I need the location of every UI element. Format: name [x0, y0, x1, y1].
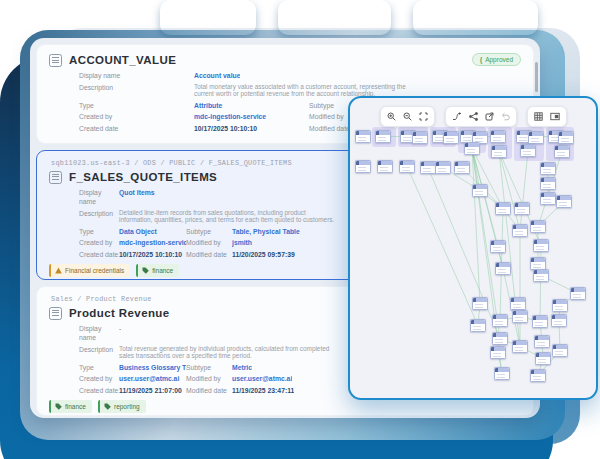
lineage-node[interactable] — [470, 319, 486, 332]
lineage-node[interactable] — [399, 160, 415, 173]
lineage-node[interactable] — [490, 240, 506, 253]
lineage-node[interactable] — [454, 161, 470, 174]
pill-ai-driven[interactable]: AI AI Driven — [160, 0, 256, 35]
type-link[interactable]: Attribute — [194, 101, 309, 110]
badge-label: Approved — [485, 56, 513, 63]
lineage-node[interactable] — [528, 131, 544, 144]
lineage-node[interactable] — [491, 145, 507, 158]
lineage-node[interactable] — [556, 195, 572, 208]
lineage-node[interactable] — [492, 332, 508, 345]
subtype-link[interactable]: Metric — [232, 363, 252, 372]
field-label: Created by — [49, 112, 194, 121]
field-label: Display name — [49, 188, 119, 206]
tag-label: reporting — [114, 403, 140, 410]
lineage-node[interactable] — [540, 162, 556, 175]
lineage-node[interactable] — [558, 131, 574, 144]
flow-icon[interactable] — [452, 112, 462, 121]
lineage-node[interactable] — [412, 131, 428, 144]
lineage-node[interactable] — [443, 131, 459, 144]
lineage-node[interactable] — [490, 130, 506, 143]
ai-icon: AI — [177, 10, 192, 25]
lineage-node[interactable] — [435, 161, 451, 174]
grid-icon[interactable] — [534, 112, 543, 121]
modified-by-link[interactable]: jsmith — [232, 238, 252, 247]
toolbar-zoom-group — [380, 106, 435, 127]
lineage-node[interactable] — [472, 297, 488, 310]
toolbar-actions-group — [445, 106, 517, 127]
lineage-node[interactable] — [512, 310, 528, 323]
undo-icon[interactable] — [501, 112, 510, 121]
lineage-node[interactable] — [554, 145, 570, 158]
pill-natural-language[interactable]: Natural Language — [413, 0, 538, 35]
created-by-link[interactable]: mdc-ingestion-service — [119, 238, 186, 247]
modified-date: 11/19/2025 23:47:11 — [232, 386, 294, 395]
lineage-node[interactable] — [495, 262, 511, 275]
lineage-node[interactable] — [530, 369, 546, 382]
lineage-node[interactable] — [472, 184, 488, 197]
lineage-node[interactable] — [495, 202, 511, 215]
lineage-node[interactable] — [530, 220, 546, 233]
created-by-link[interactable]: mdc-ingestion-service — [194, 112, 309, 121]
description-text: Total revenue generated by individual pr… — [119, 345, 337, 360]
lineage-node[interactable] — [355, 130, 371, 143]
lineage-node[interactable] — [510, 297, 526, 310]
lineage-node[interactable] — [494, 367, 510, 380]
lineage-node[interactable] — [375, 130, 391, 143]
field-label: Type — [49, 363, 119, 372]
lineage-node[interactable] — [520, 144, 536, 157]
tag-finance[interactable]: finance — [49, 400, 92, 413]
lineage-node[interactable] — [540, 177, 556, 190]
description-text: Detailed line-item records from sales qu… — [119, 209, 337, 224]
field-label: Display name — [49, 71, 194, 80]
display-name-link[interactable]: Quot Items — [119, 188, 155, 197]
field-label: Created date — [49, 124, 194, 133]
type-link[interactable]: Business Glossary Term — [119, 363, 186, 372]
lineage-node[interactable] — [512, 224, 528, 237]
created-by-link[interactable]: user.user@atmc.ai — [119, 374, 186, 383]
modified-by-link[interactable]: user.user@atmc.ai — [232, 374, 292, 383]
lineage-node[interactable] — [570, 287, 586, 300]
lineage-node[interactable] — [533, 239, 549, 252]
created-date: 10/17/2025 10:10:10 — [194, 124, 309, 133]
zoom-out-icon[interactable] — [403, 112, 412, 121]
display-name-link[interactable]: Account value — [194, 71, 240, 80]
chat-icon — [427, 11, 441, 25]
tag-financial-credentials[interactable]: Financial credentials — [49, 264, 130, 277]
entity-icon — [49, 307, 62, 320]
created-date: 11/19/2025 21:07:00 — [119, 386, 186, 395]
lineage-node[interactable] — [377, 160, 393, 173]
card-title: ACCOUNT_VALUE — [69, 54, 176, 66]
lineage-node[interactable] — [552, 299, 568, 312]
lineage-node[interactable] — [551, 314, 567, 327]
subtype-link[interactable]: Table, Physical Table — [232, 227, 300, 236]
lineage-node[interactable] — [492, 314, 508, 327]
lineage-node[interactable] — [490, 346, 506, 359]
type-link[interactable]: Data Object — [119, 227, 186, 236]
lineage-node[interactable] — [512, 340, 528, 353]
zoom-in-icon[interactable] — [387, 112, 396, 121]
field-label: Subtype — [186, 227, 232, 236]
tag-reporting[interactable]: reporting — [98, 400, 146, 413]
field-label: Subtype — [186, 363, 232, 372]
minimap-icon[interactable] — [550, 112, 560, 121]
pill-data-ecosystem[interactable]: Data Ecosystem — [278, 0, 391, 35]
entity-icon — [49, 54, 62, 67]
lineage-node[interactable] — [535, 352, 551, 365]
lineage-node[interactable] — [533, 269, 549, 282]
lineage-node[interactable] — [514, 202, 530, 215]
fit-view-icon[interactable] — [419, 112, 428, 121]
lineage-node[interactable] — [532, 315, 548, 328]
share-icon[interactable] — [469, 112, 478, 121]
lineage-node[interactable] — [540, 192, 556, 205]
lineage-node[interactable] — [464, 142, 480, 155]
field-label: Modified by — [186, 238, 232, 247]
export-icon[interactable] — [485, 112, 494, 121]
lineage-node[interactable] — [355, 160, 371, 173]
alert-icon — [55, 267, 62, 274]
tag-finance[interactable]: finance — [136, 264, 179, 277]
lineage-node[interactable] — [552, 344, 568, 357]
lineage-node[interactable] — [420, 161, 436, 174]
pill-label: AI Driven — [199, 13, 239, 23]
lineage-node[interactable] — [534, 335, 550, 348]
scrollbar-thumb[interactable] — [535, 62, 538, 92]
